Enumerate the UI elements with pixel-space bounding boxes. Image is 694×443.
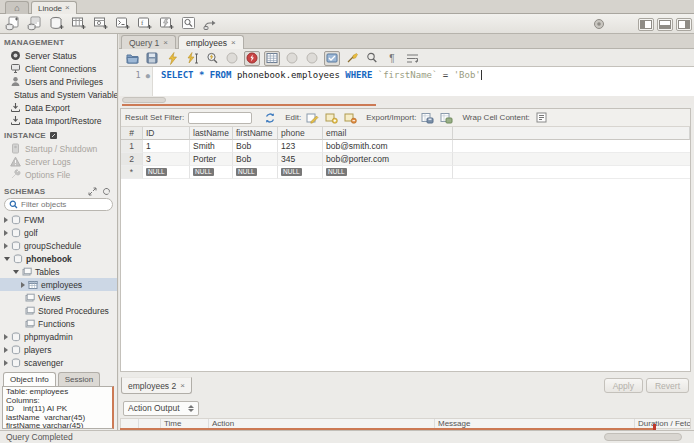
expand-icon[interactable]	[4, 230, 8, 236]
tab-employees[interactable]: employees ×	[178, 35, 244, 49]
sql-text[interactable]: SELECT * FROM phonebook.employees WHERE …	[153, 67, 482, 96]
sql-code-editor[interactable]: 1 ● SELECT * FROM phonebook.employees WH…	[119, 66, 694, 96]
close-icon[interactable]: ×	[231, 39, 236, 47]
output-col-time[interactable]: Time	[161, 419, 209, 428]
edit-record-icon[interactable]	[305, 111, 320, 125]
close-icon[interactable]: ×	[65, 4, 70, 12]
reconnect-dbms-icon[interactable]	[202, 15, 219, 32]
new-row-placeholder[interactable]: * NULL NULL NULL NULL NULL	[121, 166, 690, 179]
schema-item-groupschedule[interactable]: groupSchedule	[0, 239, 117, 252]
cell-null[interactable]: NULL	[323, 166, 453, 179]
tree-item-views[interactable]: Views	[0, 291, 117, 304]
tree-item-tables[interactable]: Tables	[0, 265, 117, 278]
tree-item-functions[interactable]: Functions	[0, 317, 117, 330]
table-row[interactable]: 2 3 Porter Bob 345 bob@porter.com	[121, 153, 690, 166]
toggle-autocommit-icon[interactable]	[324, 51, 340, 66]
new-query-tab-icon[interactable]	[4, 15, 21, 32]
open-sql-script-icon[interactable]	[26, 15, 43, 32]
scrollbar-thumb[interactable]	[122, 97, 166, 103]
col-header-lastname[interactable]: lastName	[190, 127, 233, 140]
expand-icon[interactable]	[4, 347, 8, 353]
schema-item-phpmyadmin[interactable]: phpmyadmin	[0, 330, 117, 343]
cell-null[interactable]: NULL	[143, 166, 190, 179]
schema-item-phonebook[interactable]: phonebook	[0, 252, 117, 265]
cell-lastname[interactable]: Smith	[190, 140, 233, 153]
col-header-id[interactable]: ID	[143, 127, 190, 140]
cell-firstname[interactable]: Bob	[233, 140, 278, 153]
create-view-icon[interactable]	[92, 15, 109, 32]
schema-item-players[interactable]: players	[0, 343, 117, 356]
result-tab-employees-2[interactable]: employees 2 ×	[121, 377, 192, 394]
delete-row-icon[interactable]	[343, 111, 358, 125]
collapse-icon[interactable]	[13, 270, 19, 274]
schema-item-fwm[interactable]: FWM	[0, 213, 117, 226]
expand-icon[interactable]	[4, 217, 8, 223]
tree-item-employees[interactable]: employees	[0, 278, 117, 291]
home-tab[interactable]: ⌂	[5, 1, 29, 14]
import-recordset-icon[interactable]	[439, 111, 454, 125]
col-header-email[interactable]: email	[323, 127, 453, 140]
refresh-icon[interactable]	[262, 111, 277, 125]
status-scrollbar-thumb[interactable]	[604, 433, 682, 441]
create-table-icon[interactable]	[70, 15, 87, 32]
col-header-phone[interactable]: phone	[278, 127, 323, 140]
cell-null[interactable]: NULL	[278, 166, 323, 179]
find-icon[interactable]	[364, 51, 380, 66]
open-file-icon[interactable]	[124, 51, 140, 66]
schema-item-golf[interactable]: golf	[0, 226, 117, 239]
tab-query-1[interactable]: Query 1 ×	[121, 35, 176, 49]
editor-hscrollbar[interactable]	[119, 96, 694, 104]
col-header-firstname[interactable]: firstName	[233, 127, 278, 140]
tab-object-info[interactable]: Object Info	[3, 372, 56, 386]
expand-icon[interactable]	[21, 282, 25, 288]
execute-icon[interactable]	[164, 51, 180, 66]
cell-email[interactable]: bob@porter.com	[323, 153, 453, 166]
cell-lastname[interactable]: Porter	[190, 153, 233, 166]
export-recordset-icon[interactable]	[420, 111, 435, 125]
cell-phone[interactable]: 123	[278, 140, 323, 153]
cell-null[interactable]: NULL	[233, 166, 278, 179]
wrap-cell-content-icon[interactable]	[534, 111, 549, 125]
wrap-text-icon[interactable]	[404, 51, 420, 66]
cell-null[interactable]: NULL	[190, 166, 233, 179]
refresh-schemas-icon[interactable]	[102, 187, 111, 196]
cell-firstname[interactable]: Bob	[233, 153, 278, 166]
cell-id[interactable]: 1	[143, 140, 190, 153]
col-header-rownum[interactable]: #	[121, 127, 143, 140]
expand-icon[interactable]	[4, 243, 8, 249]
add-row-icon[interactable]	[324, 111, 339, 125]
explain-icon[interactable]	[204, 51, 220, 66]
expand-icon[interactable]	[4, 360, 8, 366]
schema-item-scavenger[interactable]: scavenger	[0, 356, 117, 369]
sidebar-item-data-import[interactable]: Data Import/Restore	[0, 114, 117, 127]
create-function-icon[interactable]: f	[136, 15, 153, 32]
create-procedure-icon[interactable]	[114, 15, 131, 32]
close-icon[interactable]: ×	[163, 39, 168, 47]
toggle-stop-on-error-icon[interactable]	[244, 51, 260, 66]
connection-tab-linode[interactable]: Linode ×	[31, 1, 77, 14]
create-trigger-icon[interactable]	[158, 15, 175, 32]
cell-email[interactable]: bob@smith.com	[323, 140, 453, 153]
invisible-chars-icon[interactable]: ¶	[384, 51, 400, 66]
toggle-left-sidebar-icon[interactable]	[638, 18, 654, 31]
tree-item-stored-procedures[interactable]: Stored Procedures	[0, 304, 117, 317]
cell-id[interactable]: 3	[143, 153, 190, 166]
close-icon[interactable]: ×	[180, 382, 185, 390]
schema-filter-input[interactable]	[21, 200, 101, 209]
selector-spinner-icon[interactable]	[188, 405, 194, 412]
sidebar-item-server-status[interactable]: Server Status	[0, 49, 117, 62]
expand-icon[interactable]	[4, 334, 8, 340]
execute-current-statement-icon[interactable]	[184, 51, 200, 66]
beautify-icon[interactable]	[344, 51, 360, 66]
search-table-data-icon[interactable]	[180, 15, 197, 32]
sidebar-item-status-system-variables[interactable]: Status and System Variables	[0, 88, 117, 101]
toggle-right-sidebar-icon[interactable]	[676, 18, 692, 31]
create-schema-icon[interactable]	[48, 15, 65, 32]
sidebar-item-users-privileges[interactable]: Users and Privileges	[0, 75, 117, 88]
revert-button[interactable]: Revert	[646, 378, 689, 393]
limit-rows-icon[interactable]	[264, 51, 280, 66]
schema-filter-box[interactable]	[4, 198, 113, 211]
sidebar-item-client-connections[interactable]: Client Connections	[0, 62, 117, 75]
instance-config-icon[interactable]	[49, 131, 58, 140]
collapse-icon[interactable]	[4, 257, 10, 261]
